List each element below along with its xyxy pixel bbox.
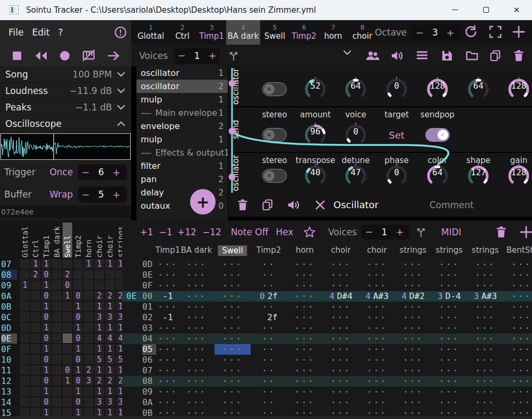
pattern-cell[interactable]: ··· — [395, 344, 431, 355]
pattern-cell[interactable]: ··· — [467, 334, 503, 344]
pattern-cell[interactable]: ··· — [359, 270, 395, 280]
order-cell[interactable] — [52, 397, 62, 407]
order-column-header-ba-dark[interactable]: BA dark — [52, 223, 62, 258]
order-cell[interactable]: 2 — [95, 291, 104, 301]
order-cell[interactable]: 4 — [116, 334, 122, 343]
pattern-track-header-choir[interactable]: choir — [367, 245, 387, 255]
pattern-cell[interactable]: ··· — [287, 270, 323, 280]
pattern-cell[interactable]: ··· — [178, 302, 214, 312]
order-cell[interactable] — [31, 387, 40, 396]
order-cell[interactable] — [20, 376, 30, 386]
order-cell[interactable] — [20, 387, 30, 396]
order-cell[interactable]: 2 — [31, 270, 40, 279]
load-instrument-icon[interactable] — [465, 49, 479, 61]
order-cell[interactable] — [31, 291, 40, 301]
order-cell[interactable]: 0 — [73, 397, 83, 407]
pattern-cell[interactable]: ··· — [157, 302, 178, 312]
pattern-button-−1[interactable]: −1 — [159, 220, 172, 243]
pattern-cell[interactable]: ··· — [503, 302, 532, 312]
order-cell[interactable] — [95, 280, 104, 290]
pattern-cell[interactable]: ··· — [323, 376, 359, 387]
trigger-increment-button[interactable]: + — [109, 167, 124, 178]
order-cell[interactable]: 1 — [95, 302, 104, 311]
menu-help[interactable]: ? — [58, 27, 63, 38]
pattern-cell[interactable]: ·· — [251, 397, 287, 408]
pattern-cell[interactable]: ··· — [178, 291, 214, 302]
order-row-label[interactable]: 09 — [1, 280, 17, 290]
pattern-cell[interactable]: ··· — [467, 323, 503, 334]
record-button[interactable] — [59, 50, 71, 62]
pattern-cell[interactable]: ··· — [503, 323, 532, 334]
pattern-cell[interactable]: ··· — [431, 365, 467, 376]
order-column-header-ctrl[interactable]: Ctrl — [31, 223, 40, 258]
pattern-cell[interactable]: ··· — [214, 312, 251, 323]
order-cell[interactable] — [95, 270, 104, 279]
pattern-cell[interactable]: ··· — [214, 387, 251, 397]
order-row-label[interactable]: 07 — [1, 259, 17, 269]
order-cell[interactable]: 4 — [105, 334, 115, 343]
pattern-cell[interactable]: ··· — [467, 344, 503, 355]
order-cell[interactable]: 1 — [95, 365, 104, 375]
pattern-button-−12[interactable]: −12 — [202, 220, 221, 243]
pattern-cell[interactable]: ··· — [395, 270, 431, 280]
pattern-cell[interactable]: ··· — [214, 355, 251, 365]
pattern-cell[interactable]: ·· — [251, 270, 287, 280]
order-cell[interactable] — [84, 387, 93, 396]
order-row-label[interactable]: 0A — [1, 291, 17, 301]
order-cell[interactable] — [52, 280, 62, 290]
follow-button[interactable] — [107, 50, 121, 62]
delete-unit-icon[interactable] — [237, 199, 248, 211]
pattern-cell[interactable]: -1 — [157, 291, 178, 302]
order-cell[interactable]: 1 — [41, 344, 51, 354]
pattern-cell[interactable]: ··· — [178, 312, 214, 323]
order-cell[interactable] — [63, 355, 72, 364]
unit-list-item[interactable]: mulp1 — [136, 133, 228, 146]
pattern-button-+1[interactable]: +1 — [140, 220, 153, 243]
pattern-cell[interactable]: ··· — [467, 387, 503, 397]
pattern-cell[interactable]: ·· — [251, 259, 287, 270]
order-cell[interactable] — [116, 280, 122, 290]
pattern-cell[interactable]: 2f — [251, 312, 287, 323]
order-cell[interactable]: 0 — [73, 355, 83, 364]
pattern-cell[interactable]: ··· — [359, 323, 395, 334]
track-tab-choir[interactable]: 8choir — [348, 20, 377, 45]
song-row[interactable]: Song 100 BPM — [0, 66, 131, 83]
knob-param[interactable]: 128 — [506, 76, 531, 102]
pattern-cell[interactable]: ··· — [287, 344, 323, 355]
pattern-cell[interactable]: ·· — [251, 387, 287, 397]
pattern-voices-increment-button[interactable]: + — [392, 226, 407, 237]
order-column-header-choir[interactable]: choir — [95, 223, 104, 258]
alert-icon[interactable] — [114, 25, 127, 39]
pattern-track-header-strings[interactable]: strings — [400, 245, 427, 255]
pattern-cell[interactable]: 3D-4 — [431, 291, 467, 302]
order-cell[interactable]: 5 — [105, 355, 115, 364]
order-row-label[interactable]: 0E — [1, 334, 17, 344]
order-cell[interactable]: 1 — [41, 365, 51, 375]
pattern-cell[interactable]: ·· — [251, 280, 287, 291]
order-cell[interactable] — [20, 259, 30, 269]
split-track-icon[interactable] — [415, 220, 427, 243]
order-cell[interactable]: 1 — [105, 365, 115, 375]
pattern-cell[interactable]: ··· — [157, 259, 178, 270]
order-cell[interactable]: 1 — [41, 302, 51, 311]
pattern-cell[interactable]: ··· — [214, 344, 251, 355]
pattern-track-header-strings[interactable]: strings — [472, 245, 499, 255]
pattern-cell[interactable]: ·· — [251, 323, 287, 334]
order-cell[interactable] — [84, 334, 93, 343]
pattern-cell[interactable]: ··· — [323, 344, 359, 355]
knob-color[interactable]: 64 — [425, 163, 450, 189]
chevron-down-icon[interactable] — [116, 71, 126, 78]
order-cell[interactable] — [63, 302, 72, 311]
order-cell[interactable]: 1 — [41, 259, 51, 269]
order-cell[interactable]: 2 — [105, 376, 115, 386]
order-cell[interactable]: 0 — [41, 291, 51, 301]
order-cell[interactable] — [31, 344, 40, 354]
add-track-button[interactable] — [512, 25, 526, 39]
pattern-cell[interactable]: ··· — [157, 365, 178, 376]
pattern-cell[interactable]: ··· — [287, 259, 323, 270]
order-cell[interactable]: 2 — [105, 291, 115, 301]
pattern-cell[interactable]: ··· — [431, 312, 467, 323]
pattern-cell[interactable]: ··· — [503, 334, 532, 344]
minimize-button[interactable] — [440, 0, 470, 20]
order-cell[interactable] — [73, 280, 83, 290]
